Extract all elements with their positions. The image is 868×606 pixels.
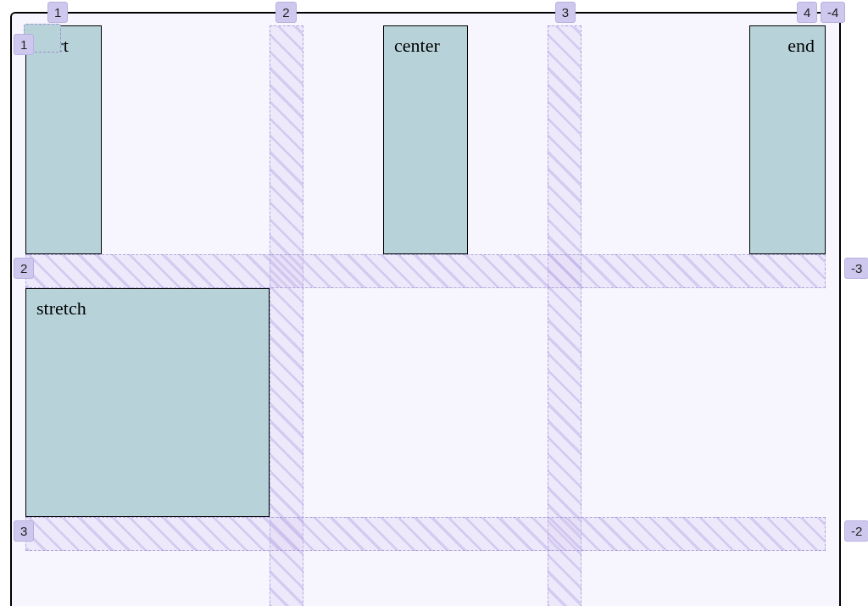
row-line-badge-2: 2 [14, 258, 34, 279]
col-line-badge-1: 1 [47, 2, 68, 23]
item-stretch-label: stretch [36, 297, 86, 319]
item-center: center [383, 25, 468, 254]
item-start: start [25, 25, 102, 254]
col-line-badge-neg4: -4 [821, 2, 845, 23]
cell-end: end [581, 25, 826, 254]
row-line-badge-3: 3 [14, 520, 34, 542]
row-line-badge-1: 1 [14, 34, 34, 55]
diagram-viewport: start center end stretch 1 [0, 0, 868, 606]
item-end-label: end [787, 35, 815, 56]
cell-center: center [303, 25, 548, 254]
row-line-badge-neg3: -3 [844, 258, 868, 279]
grid: start center end stretch [25, 25, 826, 606]
item-stretch: stretch [25, 288, 270, 517]
col-line-badge-3: 3 [555, 2, 576, 23]
cell-start: start [25, 25, 270, 254]
grid-container: start center end stretch [10, 12, 841, 606]
item-center-label: center [394, 35, 440, 56]
row-line-badge-neg2: -2 [844, 520, 868, 542]
col-line-badge-4: 4 [797, 2, 817, 23]
col-line-badge-2: 2 [275, 2, 296, 23]
cell-stretch: stretch [25, 288, 270, 517]
item-end: end [749, 25, 826, 254]
